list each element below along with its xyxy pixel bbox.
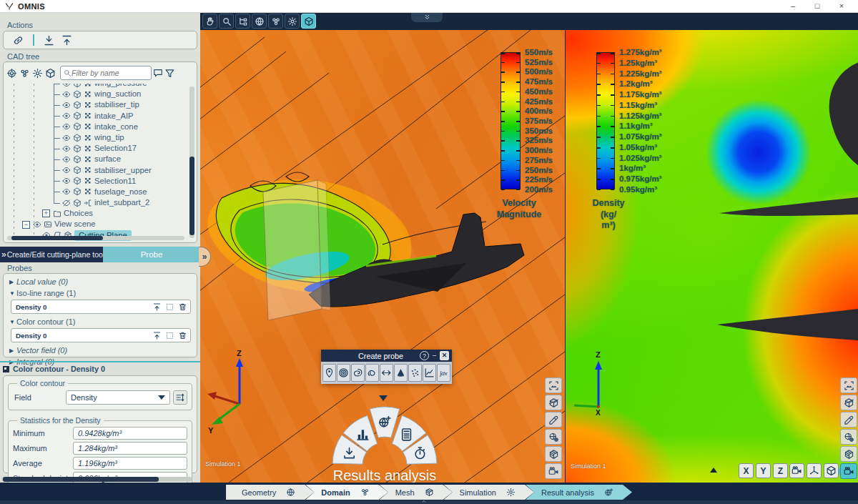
tree-item[interactable]: stabiliser_tip xyxy=(5,99,187,110)
tree-horizontal-scrollbar[interactable] xyxy=(7,236,184,240)
export-button[interactable] xyxy=(61,34,73,46)
probe-entry[interactable]: Density 0 xyxy=(11,328,191,342)
probe-group[interactable]: ▼Color contour (1) xyxy=(9,316,191,327)
tree-item[interactable]: Selection17 xyxy=(5,143,187,154)
select-tree-button[interactable] xyxy=(235,14,250,29)
export-entry-button[interactable] xyxy=(152,302,162,312)
tree-item[interactable]: stabiliser_upper xyxy=(5,165,187,176)
tree-item[interactable]: intake_cone xyxy=(5,122,187,132)
chevron-down-icon[interactable]: ▼ xyxy=(9,290,16,297)
visible-icon[interactable] xyxy=(62,122,71,131)
viewport-velocity[interactable]: 550m/s525m/s500m/s475m/s450m/s425m/s400m… xyxy=(200,30,565,483)
field-options-button[interactable] xyxy=(173,390,187,405)
view-axis-x-button[interactable]: X xyxy=(739,463,754,478)
mesh-view-button[interactable] xyxy=(840,446,857,462)
visible-icon[interactable] xyxy=(62,155,71,164)
cad-tree[interactable]: wing_pressurewing_suctionstabiliser_tipi… xyxy=(5,84,187,241)
iso-view-button[interactable] xyxy=(824,463,839,478)
delete-entry-button[interactable] xyxy=(178,331,187,340)
filter-button[interactable] xyxy=(164,68,175,79)
visible-icon[interactable] xyxy=(62,166,71,174)
assembly-filter-button[interactable] xyxy=(6,68,17,79)
chevron-right-icon[interactable]: ▶ xyxy=(9,279,16,285)
mesh-view-button[interactable] xyxy=(545,446,562,462)
zoom-probe-button[interactable] xyxy=(219,14,234,29)
workflow-step-domain[interactable]: Domain xyxy=(305,485,388,500)
scatter-probe-button[interactable] xyxy=(408,364,422,382)
visible-icon[interactable] xyxy=(62,134,71,142)
pan-button[interactable] xyxy=(202,14,217,29)
camera-button[interactable] xyxy=(545,463,562,479)
slice-tool-button[interactable] xyxy=(545,412,562,428)
visible-icon[interactable] xyxy=(62,84,71,88)
parts-filter-button[interactable] xyxy=(19,68,30,79)
minimize-button[interactable]: – xyxy=(781,0,805,12)
visible-icon[interactable] xyxy=(62,101,71,109)
maximize-button[interactable]: □ xyxy=(805,0,829,12)
chevron-down-icon[interactable]: ▼ xyxy=(9,319,16,325)
tree-item[interactable]: inlet_subpart_2 xyxy=(5,197,187,208)
close-button[interactable]: × xyxy=(829,0,854,12)
collapse-icon[interactable]: − xyxy=(22,221,30,229)
probe-group[interactable]: ▼Iso-line range (1) xyxy=(9,287,191,299)
vector-field-probe-button[interactable] xyxy=(380,364,393,382)
visible-icon[interactable] xyxy=(62,187,71,196)
visible-icon[interactable] xyxy=(62,90,71,99)
select-entry-button[interactable] xyxy=(165,302,174,312)
delete-entry-button[interactable] xyxy=(178,302,187,312)
clip-box-button[interactable] xyxy=(840,395,857,410)
tab-cutting-plane-tool[interactable]: »Create/Edit cutting-plane tool xyxy=(0,247,103,262)
select-box-button[interactable] xyxy=(301,14,316,29)
point-probe-button[interactable] xyxy=(322,364,336,382)
tree-item[interactable]: wing_suction xyxy=(5,89,187,99)
tree-item[interactable]: fuselage_nose xyxy=(5,187,187,197)
expand-bottom-icon[interactable] xyxy=(420,498,428,504)
panel-horizontal-scrollbar[interactable] xyxy=(1,477,192,482)
clip-box-button[interactable] xyxy=(545,395,562,410)
viewport-density[interactable]: 1.275kg/m³1.25kg/m³1.225kg/m³1.2kg/m³1.1… xyxy=(565,30,858,483)
visible-icon[interactable] xyxy=(62,112,71,120)
tree-item[interactable]: wing_tip xyxy=(5,132,187,143)
import-button[interactable] xyxy=(43,34,55,46)
render-options-button[interactable] xyxy=(840,429,857,445)
workflow-step-mesh[interactable]: Mesh xyxy=(380,485,453,500)
solid-filter-button[interactable] xyxy=(45,68,56,79)
filter-field[interactable] xyxy=(60,66,152,80)
probe-group[interactable]: ▶Vector field (0) xyxy=(9,345,191,356)
help-button[interactable]: ? xyxy=(420,351,429,360)
snapshot-button[interactable] xyxy=(840,377,857,393)
create-probe-titlebar[interactable]: Create probe ? – ✕ xyxy=(321,350,452,362)
tree-item-view-scene[interactable]: −View scene xyxy=(5,219,187,229)
expand-icon[interactable]: + xyxy=(42,209,50,217)
view-axis-z-button[interactable]: Z xyxy=(773,463,788,478)
visible-icon[interactable] xyxy=(62,144,71,153)
chevron-right-icon[interactable]: ▶ xyxy=(9,347,16,354)
workflow-step-simulation[interactable]: Simulation xyxy=(444,485,534,500)
view-axis-y-button[interactable]: Y xyxy=(756,463,771,478)
results-radial-menu[interactable] xyxy=(319,403,450,469)
field-dropdown[interactable]: Density xyxy=(66,390,170,405)
radial-menu-item-new-scene[interactable] xyxy=(370,407,400,438)
comment-button[interactable] xyxy=(153,68,163,78)
resize-handle-icon[interactable] xyxy=(710,468,717,473)
tree-item[interactable]: intake_AIP xyxy=(5,111,187,122)
settings-filter-button[interactable] xyxy=(32,68,43,79)
color-contour-probe-button[interactable] xyxy=(365,364,379,382)
chart-probe-button[interactable] xyxy=(423,364,436,382)
select-parts-button[interactable] xyxy=(268,14,283,29)
integral-probe-button[interactable] xyxy=(437,364,450,382)
cone-probe-button[interactable] xyxy=(394,364,408,382)
select-geometry-button[interactable] xyxy=(252,14,267,29)
snapshot-button[interactable] xyxy=(545,377,562,393)
select-settings-button[interactable] xyxy=(285,14,300,29)
select-entry-button[interactable] xyxy=(165,331,174,340)
collapse-toggle-icon[interactable] xyxy=(3,366,9,372)
slice-tool-button[interactable] xyxy=(840,412,857,428)
workflow-step-geometry[interactable]: Geometry xyxy=(226,485,314,500)
workflow-step-result-analysis[interactable]: Result analysis xyxy=(526,485,632,500)
visible-icon[interactable] xyxy=(33,220,41,229)
toolbar-expand-button[interactable] xyxy=(411,13,443,22)
probe-group[interactable]: ▶Local value (0) xyxy=(9,276,191,287)
link-button[interactable] xyxy=(12,34,24,46)
hidden-icon[interactable] xyxy=(62,199,71,207)
